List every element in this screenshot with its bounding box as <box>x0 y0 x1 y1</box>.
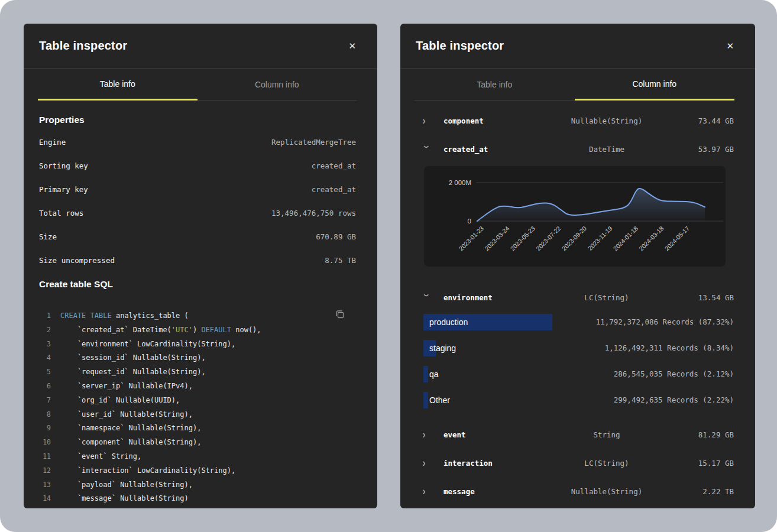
column-type: String <box>551 430 663 439</box>
column-row-message[interactable]: ❯messageNullable(String)2.22 TB <box>400 477 755 505</box>
sql-code-line: 7 `org_id` Nullable(UUID), <box>39 394 356 408</box>
sql-code-text: `server_ip` Nullable(IPv4), <box>60 379 193 394</box>
chevron-down-icon[interactable]: ❯ <box>423 145 430 153</box>
value-label: Other <box>429 392 450 408</box>
column-name: component <box>443 116 551 125</box>
column-name: interaction <box>443 459 551 468</box>
property-label: Primary key <box>39 185 88 194</box>
sql-code-lines: 1CREATE TABLE analytics_table (2 `create… <box>39 309 356 508</box>
sql-code-text: `component` Nullable(String), <box>60 436 201 450</box>
column-name: message <box>443 487 551 496</box>
tab-column-info[interactable]: Column info <box>575 69 735 100</box>
value-label: production <box>429 314 468 330</box>
sql-code-text: `created_at` DateTime('UTC') DEFAULT now… <box>60 323 261 338</box>
sql-code-line: 11 `event` String, <box>39 450 356 464</box>
column-type: LC(String) <box>551 293 663 302</box>
created-at-distribution-chart: 2 000M02023-01-232023-03-242023-05-23202… <box>424 166 726 267</box>
property-row: Size670.89 GB <box>39 225 356 248</box>
x-axis-label: 2023-07-22 <box>535 225 562 252</box>
tab-bar: Table info Column info <box>38 69 357 100</box>
column-row-component[interactable]: ❯componentNullable(String)73.44 GB <box>400 106 755 135</box>
y-axis-label: 2 000M <box>449 179 471 186</box>
tab-table-info[interactable]: Table info <box>415 69 575 100</box>
line-number: 2 <box>39 323 51 338</box>
chevron-right-icon[interactable]: ❯ <box>422 432 430 438</box>
x-axis-label: 2024-03-18 <box>637 225 665 252</box>
line-number: 6 <box>39 379 51 394</box>
copy-icon[interactable] <box>334 308 347 321</box>
value-label: qa <box>429 366 439 382</box>
value-row-production: production11,792,372,086 Records (87.32%… <box>423 314 734 330</box>
value-bar <box>423 392 428 408</box>
x-axis-label: 2023-03-24 <box>483 225 511 252</box>
chevron-right-icon[interactable]: ❯ <box>422 488 430 495</box>
column-row-environment[interactable]: ❯environmentLC(String)13.54 GB <box>400 283 755 312</box>
sql-code-text: ) ENGINE = ReplicatedMergeTree('/clickho… <box>60 506 347 508</box>
property-label: Size uncompressed <box>39 256 115 265</box>
property-label: Engine <box>39 138 66 147</box>
create-table-sql-heading: Create table SQL <box>39 279 356 290</box>
column-row-interaction[interactable]: ❯interactionLC(String)15.17 GB <box>400 449 755 477</box>
property-value: created_at <box>312 161 356 170</box>
y-axis-label: 0 <box>468 218 471 225</box>
app-canvas: Table inspector ✕ Table info Column info… <box>0 0 777 532</box>
property-value: 670.89 GB <box>316 232 356 241</box>
column-size: 53.97 GB <box>663 145 734 154</box>
line-number: 8 <box>39 408 51 422</box>
tab-table-info[interactable]: Table info <box>38 69 198 100</box>
column-size: 73.44 GB <box>663 116 734 125</box>
value-bar <box>423 366 428 382</box>
sql-code-line: 6 `server_ip` Nullable(IPv4), <box>39 379 356 394</box>
properties-heading: Properties <box>39 115 356 125</box>
tab-column-info[interactable]: Column info <box>198 69 357 100</box>
close-icon[interactable]: ✕ <box>348 41 356 50</box>
property-value: 8.75 TB <box>325 256 356 265</box>
sql-code-line: 9 `namespace` Nullable(String), <box>39 421 356 436</box>
table-inspector-modal-left: Table inspector ✕ Table info Column info… <box>24 24 377 508</box>
value-row-staging: staging1,126,492,311 Records (8.34%) <box>423 340 734 356</box>
column-type: DateTime <box>551 145 663 154</box>
value-count: 299,492,635 Records (2.22%) <box>614 392 734 408</box>
line-number: 13 <box>39 478 51 492</box>
line-number: 3 <box>39 338 51 352</box>
x-axis-label: 2024-05-17 <box>663 225 691 252</box>
trend-area <box>477 189 705 221</box>
line-number: 9 <box>39 421 51 436</box>
column-row-created_at[interactable]: ❯created_atDateTime53.97 GB <box>400 135 755 163</box>
sql-code-line: 8 `user_id` Nullable(String), <box>39 408 356 422</box>
column-name: environment <box>443 293 551 302</box>
sql-code-text: `org_id` Nullable(UUID), <box>60 394 180 408</box>
value-count: 1,126,492,311 Records (8.34%) <box>605 340 734 356</box>
x-axis-label: 2024-01-18 <box>612 225 640 252</box>
property-value: created_at <box>312 185 356 194</box>
sql-code-text: `message` Nullable(String) <box>60 492 189 506</box>
column-name: created_at <box>443 145 551 154</box>
sql-code-block: 1CREATE TABLE analytics_table (2 `create… <box>39 309 356 508</box>
column-type: Nullable(String) <box>551 487 663 496</box>
tab-bar: Table info Column info <box>415 69 734 100</box>
x-axis-label: 2023-09-20 <box>561 225 588 252</box>
column-size: 15.17 GB <box>663 459 734 468</box>
column-name: event <box>443 430 551 439</box>
close-icon[interactable]: ✕ <box>726 41 734 50</box>
property-row: Size uncompressed8.75 TB <box>39 248 356 272</box>
line-number: 10 <box>39 436 51 450</box>
sql-code-text: `request_id` Nullable(String), <box>60 365 206 379</box>
column-size: 81.29 GB <box>663 430 734 439</box>
sql-code-text: CREATE TABLE analytics_table ( <box>60 309 189 323</box>
sql-code-line: 4 `session_id` Nullable(String), <box>39 351 356 365</box>
chevron-down-icon[interactable]: ❯ <box>423 293 430 301</box>
line-number: 5 <box>39 365 51 379</box>
sql-code-text: `environment` LowCardinality(String), <box>60 338 235 352</box>
properties-list: EngineReplicatedMergeTreeSorting keycrea… <box>39 130 356 272</box>
sql-code-text: `session_id` Nullable(String), <box>60 351 206 365</box>
line-number: 11 <box>39 450 51 464</box>
sql-code-line: 13 `payload` Nullable(String), <box>39 478 356 492</box>
line-number: 14 <box>39 492 51 506</box>
modal-title: Table inspector <box>416 39 504 53</box>
column-row-event[interactable]: ❯eventString81.29 GB <box>400 420 755 449</box>
value-label: staging <box>429 340 456 356</box>
chevron-right-icon[interactable]: ❯ <box>422 460 430 466</box>
chevron-right-icon[interactable]: ❯ <box>422 118 430 124</box>
table-info-content: Properties EngineReplicatedMergeTreeSort… <box>24 115 377 508</box>
